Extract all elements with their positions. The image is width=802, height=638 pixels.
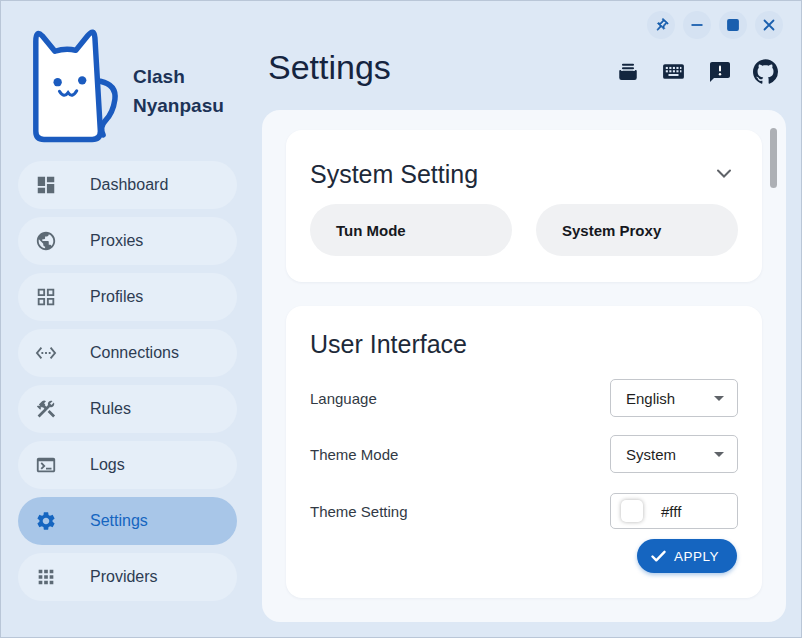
- close-icon: [762, 18, 776, 32]
- feedback-icon[interactable]: [707, 59, 732, 84]
- color-swatch[interactable]: [621, 500, 643, 522]
- tools-icon: [34, 397, 58, 421]
- sidebar-item-label: Settings: [90, 512, 148, 530]
- grid-icon: [34, 285, 58, 309]
- sidebar-item-label: Connections: [90, 344, 179, 362]
- theme-setting-row: Theme Setting #fff: [310, 493, 738, 529]
- sidebar-item-providers[interactable]: Providers: [18, 553, 237, 601]
- sidebar-item-label: Dashboard: [90, 176, 168, 194]
- dropdown-arrow-icon: [714, 452, 724, 457]
- ethernet-icon: [34, 341, 58, 365]
- card-title: System Setting: [310, 160, 478, 189]
- header-toolbar: [615, 59, 778, 84]
- app-title: Clash Nyanpasu: [133, 62, 224, 120]
- globe-icon: [34, 229, 58, 253]
- minimize-button[interactable]: [683, 11, 711, 39]
- keyboard-icon[interactable]: [661, 59, 686, 84]
- chevron-down-icon[interactable]: [716, 166, 732, 178]
- close-button[interactable]: [755, 11, 783, 39]
- pin-button[interactable]: [647, 11, 675, 39]
- system-setting-card: System Setting Tun Mode System Proxy: [286, 130, 762, 282]
- gear-icon: [34, 509, 58, 533]
- maximize-icon: [726, 18, 740, 32]
- theme-mode-row: Theme Mode System: [310, 435, 738, 473]
- tun-mode-button[interactable]: Tun Mode: [310, 204, 512, 256]
- sidebar: Clash Nyanpasu Dashboard Proxies P: [0, 0, 254, 638]
- sidebar-item-label: Rules: [90, 400, 131, 418]
- lines-tray-icon[interactable]: [615, 59, 640, 84]
- sidebar-item-settings[interactable]: Settings: [18, 497, 237, 545]
- sidebar-item-label: Profiles: [90, 288, 143, 306]
- system-setting-buttons: Tun Mode System Proxy: [310, 204, 738, 256]
- dropdown-arrow-icon: [714, 396, 724, 401]
- sidebar-item-logs[interactable]: Logs: [18, 441, 237, 489]
- language-select[interactable]: English: [610, 379, 738, 417]
- theme-setting-label: Theme Setting: [310, 503, 408, 520]
- app-title-line2: Nyanpasu: [133, 91, 224, 120]
- scrollbar-thumb[interactable]: [770, 128, 777, 188]
- check-icon: [651, 550, 666, 562]
- theme-color-input[interactable]: #fff: [610, 493, 738, 529]
- github-icon[interactable]: [753, 59, 778, 84]
- theme-mode-value: System: [626, 446, 676, 463]
- sidebar-item-dashboard[interactable]: Dashboard: [18, 161, 237, 209]
- apps-grid-icon: [34, 565, 58, 589]
- settings-content: System Setting Tun Mode System Proxy Use…: [262, 110, 786, 622]
- sidebar-item-label: Logs: [90, 456, 125, 474]
- sidebar-item-rules[interactable]: Rules: [18, 385, 237, 433]
- terminal-icon: [34, 453, 58, 477]
- sidebar-item-label: Proxies: [90, 232, 143, 250]
- apply-button-label: APPLY: [674, 549, 719, 564]
- minimize-icon: [690, 18, 704, 32]
- language-value: English: [626, 390, 675, 407]
- sidebar-item-label: Providers: [90, 568, 158, 586]
- apply-button[interactable]: APPLY: [637, 539, 737, 573]
- dashboard-icon: [34, 173, 58, 197]
- sidebar-item-proxies[interactable]: Proxies: [18, 217, 237, 265]
- user-interface-card: User Interface Language English Theme Mo…: [286, 306, 762, 598]
- window-controls: [647, 11, 783, 39]
- theme-color-value: #fff: [661, 503, 681, 520]
- pin-icon: [650, 14, 671, 35]
- sidebar-nav: Dashboard Proxies Profiles Connections: [18, 161, 237, 609]
- system-proxy-button[interactable]: System Proxy: [536, 204, 738, 256]
- theme-mode-select[interactable]: System: [610, 435, 738, 473]
- cat-logo-icon: [24, 24, 124, 144]
- card-title: User Interface: [310, 330, 467, 359]
- language-label: Language: [310, 390, 377, 407]
- sidebar-item-connections[interactable]: Connections: [18, 329, 237, 377]
- theme-mode-label: Theme Mode: [310, 446, 398, 463]
- maximize-button[interactable]: [719, 11, 747, 39]
- sidebar-item-profiles[interactable]: Profiles: [18, 273, 237, 321]
- app-title-line1: Clash: [133, 62, 224, 91]
- app-window: Clash Nyanpasu Dashboard Proxies P: [0, 0, 802, 638]
- page-title: Settings: [268, 48, 391, 87]
- language-row: Language English: [310, 379, 738, 417]
